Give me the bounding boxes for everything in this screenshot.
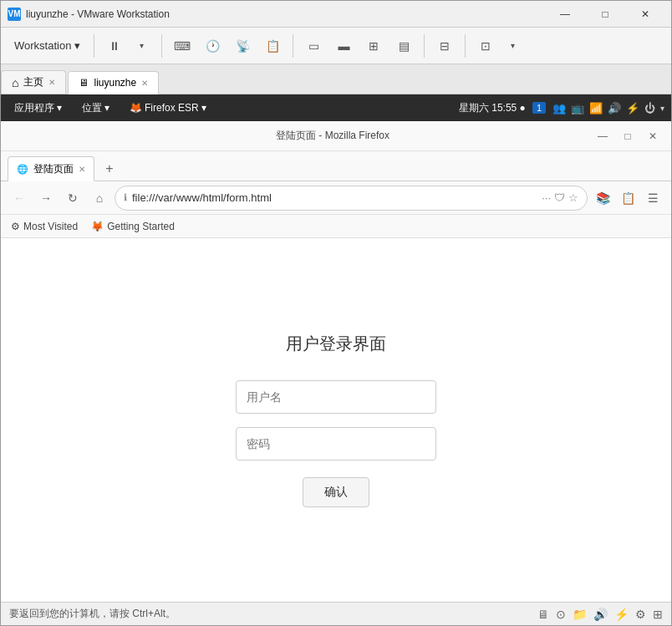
vm-tab-liuyunzhe[interactable]: 🖥 liuyunzhe ✕ — [68, 71, 159, 94]
bookmark-getting-started[interactable]: 🦊 Getting Started — [88, 219, 178, 234]
workstation-dropdown-icon: ▾ — [74, 39, 80, 52]
people-icon: 👥 — [552, 102, 566, 115]
pause-group: ⏸ ▾ — [101, 33, 155, 59]
shared-folders-icon: 📁 — [573, 608, 587, 621]
workstation-menu-button[interactable]: Workstation ▾ — [8, 36, 87, 55]
battery-icon: ⚡ — [626, 102, 639, 115]
network-status-icon: 🖥 — [537, 608, 549, 621]
vm-icon: 🖥 — [79, 77, 89, 89]
login-form: 确认 — [236, 380, 436, 507]
password-input[interactable] — [236, 427, 436, 461]
power-dropdown-icon: ▾ — [660, 104, 664, 113]
vm-tab-liuyunzhe-label: liuyunzhe — [94, 77, 136, 89]
library-button[interactable]: 📚 — [591, 186, 614, 210]
page-title: 用户登录界面 — [286, 333, 386, 355]
apps-label: 应用程序 — [14, 101, 54, 115]
places-label: 位置 — [82, 101, 102, 115]
vm-tab-home-close[interactable]: ✕ — [48, 78, 55, 87]
title-bar-controls: — □ ✕ — [546, 1, 664, 28]
more-icon: ··· — [542, 191, 551, 204]
firefox-tab-close[interactable]: ✕ — [79, 165, 85, 174]
snapshot-button[interactable]: 🕐 — [199, 33, 226, 59]
guest-system-toolbar: 应用程序 ▾ 位置 ▾ 🦊 Firefox ESR ▾ 星期六 15:55 ● … — [1, 94, 671, 121]
new-tab-button[interactable]: + — [98, 157, 121, 181]
view-stretch-button[interactable]: ⊞ — [360, 33, 387, 59]
send-ctrl-alt-del-button[interactable]: ⌨ — [169, 33, 196, 59]
secure-icon: ℹ — [124, 192, 127, 203]
toolbar-separator-4 — [424, 34, 425, 58]
system-clock: 星期六 15:55 ● — [459, 101, 526, 115]
firefox-title-text: 登陆页面 - Mozilla Firefox — [74, 129, 591, 143]
pause-button[interactable]: ⏸ — [101, 33, 128, 59]
main-toolbar: Workstation ▾ ⏸ ▾ ⌨ 🕐 📡 📋 ▭ ▬ ⊞ ▤ ⊟ ⊡ ▾ — [1, 28, 671, 64]
fit-button[interactable]: ⊡ — [472, 33, 499, 59]
fit-group: ⊡ ▾ — [472, 33, 526, 59]
firefox-menu-button[interactable]: 🦊 Firefox ESR ▾ — [123, 100, 213, 115]
getting-started-label: Getting Started — [107, 221, 175, 232]
resume-button[interactable]: 📋 — [259, 33, 286, 59]
toolbar-separator-1 — [94, 34, 94, 58]
synced-tabs-button[interactable]: 📋 — [616, 186, 639, 210]
apps-menu-button[interactable]: 应用程序 ▾ — [8, 99, 69, 117]
getting-started-icon: 🦊 — [91, 221, 104, 232]
bluetooth-icon: ⚡ — [614, 608, 629, 621]
quick-prep-button[interactable]: ⊟ — [431, 33, 458, 59]
home-nav-button[interactable]: ⌂ — [88, 186, 111, 210]
firefox-maximize-button[interactable]: □ — [616, 125, 639, 148]
status-text: 要返回到您的计算机，请按 Ctrl+Alt。 — [9, 607, 176, 621]
suspend-button[interactable]: 📡 — [229, 33, 256, 59]
network-icon: 📶 — [589, 102, 603, 115]
firefox-navbar: ← → ↻ ⌂ ℹ file:///var/www/html/form.html… — [1, 181, 671, 215]
vmware-window: VM liuyunzhe - VMware Workstation — □ ✕ … — [0, 0, 672, 626]
close-button[interactable]: ✕ — [626, 1, 664, 28]
power-icon[interactable]: ⏻ — [644, 102, 655, 115]
firefox-tab-label: 登陆页面 — [33, 162, 74, 176]
vm-tab-home[interactable]: ⌂ 主页 ✕ — [1, 70, 66, 94]
username-input[interactable] — [236, 380, 436, 414]
forward-button[interactable]: → — [34, 186, 58, 210]
view-full-screen-button[interactable]: ▭ — [300, 33, 327, 59]
firefox-title-bar: 登陆页面 - Mozilla Firefox — □ ✕ — [1, 121, 671, 151]
firefox-dropdown-icon: ▾ — [201, 102, 206, 114]
vm-tab-liuyunzhe-close[interactable]: ✕ — [141, 79, 148, 88]
places-menu-button[interactable]: 位置 ▾ — [75, 99, 116, 117]
volume-icon: 🔊 — [608, 102, 621, 115]
firefox-window-controls: — □ ✕ — [591, 125, 664, 148]
workspace-badge[interactable]: 1 — [532, 102, 546, 114]
status-bar: 要返回到您的计算机，请按 Ctrl+Alt。 🖥 ⊙ 📁 🔊 ⚡ ⚙ ⊞ — [1, 602, 671, 625]
status-right-icons: 🖥 ⊙ 📁 🔊 ⚡ ⚙ ⊞ — [537, 608, 663, 621]
maximize-button[interactable]: □ — [586, 1, 624, 28]
firefox-browser-icon: 🦊 — [130, 102, 142, 114]
address-actions: ··· 🛡 ☆ — [542, 191, 578, 204]
title-bar: VM liuyunzhe - VMware Workstation — □ ✕ — [1, 1, 671, 28]
submit-button[interactable]: 确认 — [303, 477, 369, 507]
reload-button[interactable]: ↻ — [61, 186, 84, 210]
bookmark-most-visited[interactable]: ⚙ Most Visited — [8, 219, 81, 234]
fit-dropdown[interactable]: ▾ — [499, 33, 526, 59]
title-bar-text: liuyunzhe - VMware Workstation — [26, 8, 546, 20]
address-bar[interactable]: ℹ file:///var/www/html/form.html ··· 🛡 ☆ — [115, 186, 588, 211]
workstation-label: Workstation — [14, 39, 71, 52]
apps-dropdown-icon: ▾ — [57, 102, 62, 114]
firefox-minimize-button[interactable]: — — [591, 125, 614, 148]
view-unity-button[interactable]: ▬ — [330, 33, 357, 59]
minimize-button[interactable]: — — [546, 1, 584, 28]
navbar-right-buttons: 📚 📋 ☰ — [591, 186, 664, 210]
most-visited-icon: ⚙ — [11, 221, 20, 232]
star-bookmark-icon[interactable]: ☆ — [568, 191, 578, 204]
firefox-tab-login[interactable]: 🌐 登陆页面 ✕ — [8, 156, 94, 181]
fit-guest-icon: ⊞ — [653, 608, 663, 621]
vm-tabs-bar: ⌂ 主页 ✕ 🖥 liuyunzhe ✕ — [1, 64, 671, 94]
pause-dropdown[interactable]: ▾ — [128, 33, 155, 59]
url-text: file:///var/www/html/form.html — [132, 191, 537, 204]
back-button[interactable]: ← — [8, 186, 31, 210]
usb-status-icon: ⊙ — [556, 608, 566, 621]
home-icon: ⌂ — [12, 76, 18, 89]
vm-tab-home-label: 主页 — [23, 75, 43, 89]
bookmarks-bar: ⚙ Most Visited 🦊 Getting Started — [1, 215, 671, 238]
menu-button[interactable]: ☰ — [641, 186, 664, 210]
console-button[interactable]: ▤ — [390, 33, 417, 59]
firefox-tabs-bar: 🌐 登陆页面 ✕ + — [1, 151, 671, 181]
firefox-close-button[interactable]: ✕ — [641, 125, 664, 148]
toolbar-separator-5 — [465, 34, 466, 58]
